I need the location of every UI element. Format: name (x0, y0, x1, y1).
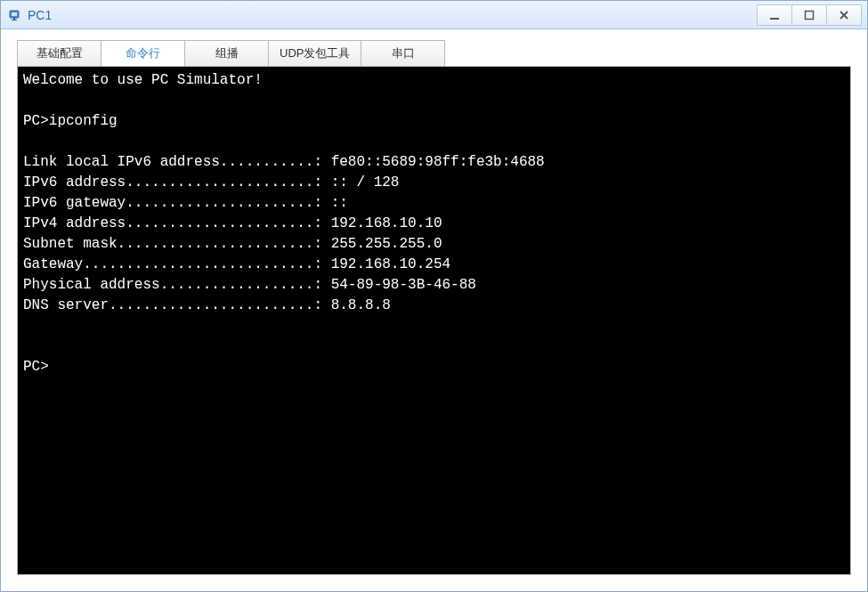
terminal-line-output: Gateway...........................: 192.… (23, 256, 450, 272)
svg-rect-3 (12, 20, 17, 20)
tab-label: UDP发包工具 (280, 45, 350, 61)
svg-rect-1 (12, 12, 17, 16)
terminal-line-prompt: PC> (23, 359, 49, 375)
tab-command-line[interactable]: 命令行 (101, 40, 185, 67)
terminal-line-welcome: Welcome to use PC Simulator! (23, 72, 263, 88)
terminal-line-output: Physical address..................: 54-8… (23, 277, 476, 293)
maximize-icon (804, 10, 815, 20)
content-area: 基础配置 命令行 组播 UDP发包工具 串口 Welcome to use PC… (1, 29, 867, 591)
close-button[interactable] (826, 4, 862, 26)
window-title: PC1 (28, 8, 52, 22)
tab-label: 组播 (215, 45, 239, 61)
tab-label: 串口 (392, 45, 415, 61)
titlebar-left: PC1 (8, 8, 52, 22)
terminal-line-output: IPv6 address......................: :: /… (23, 174, 399, 191)
terminal-line-output: Link local IPv6 address...........: fe80… (23, 154, 545, 170)
close-icon (839, 10, 849, 20)
tab-udp-tool[interactable]: UDP发包工具 (268, 40, 361, 67)
svg-rect-2 (13, 18, 15, 20)
terminal-line-output: DNS server........................: 8.8.… (23, 297, 391, 313)
minimize-button[interactable] (757, 4, 792, 26)
terminal-line-output: IPv6 gateway......................: :: (23, 195, 348, 211)
tab-label: 基础配置 (37, 45, 83, 61)
window-frame: PC1 基础配置 (0, 0, 868, 592)
tab-multicast[interactable]: 组播 (184, 40, 269, 67)
terminal-line-output: Subnet mask.......................: 255.… (23, 236, 442, 252)
maximize-button[interactable] (791, 4, 827, 26)
tab-label: 命令行 (126, 45, 160, 61)
terminal-line-output: IPv4 address......................: 192.… (23, 215, 442, 231)
terminal[interactable]: Welcome to use PC Simulator! PC>ipconfig… (17, 66, 851, 575)
titlebar[interactable]: PC1 (1, 1, 867, 29)
minimize-icon (769, 10, 780, 20)
svg-rect-4 (770, 18, 779, 20)
app-icon (8, 8, 22, 22)
tab-serial[interactable]: 串口 (361, 40, 445, 67)
tab-bar: 基础配置 命令行 组播 UDP发包工具 串口 (17, 40, 851, 67)
terminal-line-prompt: PC>ipconfig (23, 113, 118, 129)
window-controls (757, 4, 862, 26)
tab-basic-config[interactable]: 基础配置 (17, 40, 101, 67)
svg-rect-5 (806, 11, 814, 19)
